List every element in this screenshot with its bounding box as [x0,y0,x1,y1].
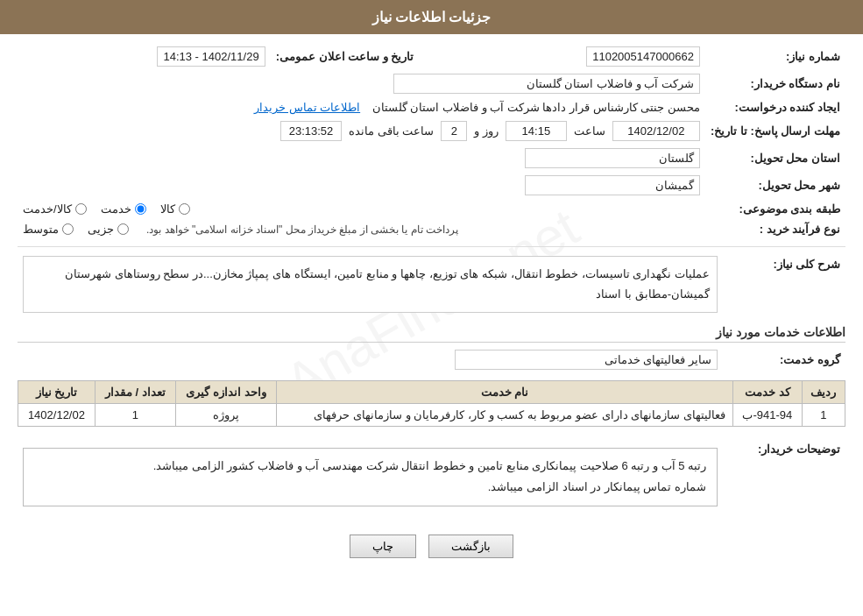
content-area: AnaFinder.net شماره نیاز: 11020051470006… [0,34,863,576]
cell-nam: فعالیتهای سازمانهای دارای عضو مربوط به ک… [277,403,732,426]
tarikh-value: 1402/11/29 - 14:13 [18,43,271,70]
radio-kala-khadamat-label: کالا/خدمت [23,202,72,216]
nam-dastgah-label: نام دستگاه خریدار: [705,70,845,97]
data-table: ردیف کد خدمت نام خدمت واحد اندازه گیری ت… [18,380,845,427]
mohlat-time-label: ساعت [574,124,605,138]
shomara-value: 1102005147000662 [440,43,704,70]
radio-jozi[interactable] [117,223,129,235]
row-goroh: گروه خدمت: سایر فعالیتهای خدماتی [18,346,845,373]
tawzihat-value: رتبه 5 آب و رتبه 6 صلاحیت پیمانکاری مناب… [18,437,723,517]
info-table: شماره نیاز: 1102005147000662 تاریخ و ساع… [18,43,845,239]
page-header: جزئیات اطلاعات نیاز [0,0,863,34]
mohlat-date-box: 1402/12/02 [612,121,700,141]
shahr-value: گمیشان [18,172,705,199]
goroh-label: گروه خدمت: [723,346,845,373]
col-tedad: تعداد / مقدار [95,380,175,403]
ijad-value: محسن جنتی کارشناس قرار دادها شرکت آب و ف… [18,97,705,117]
mohlat-remaining-value: 23:13:52 [280,121,342,141]
tawzihat-box: رتبه 5 آب و رتبه 6 صلاحیت پیمانکاری مناب… [23,448,718,506]
cell-kod: 941-94-ب [732,403,802,426]
table-header: ردیف کد خدمت نام خدمت واحد اندازه گیری ت… [18,380,845,403]
tabaqe-radio-group: کالا/خدمت خدمت کالا [23,202,700,216]
print-button[interactable]: چاپ [350,535,416,558]
cell-tedad: 1 [95,403,175,426]
farayand-radio-group: متوسط جزیی [23,223,129,236]
cell-radif: 1 [802,403,845,426]
button-bar: بازگشت چاپ [18,535,845,558]
row-shomara: شماره نیاز: 1102005147000662 تاریخ و ساع… [18,43,845,70]
sharh-value: عملیات نگهداری تاسیسات، خطوط انتقال، شبک… [18,252,723,316]
table-row: 1 941-94-ب فعالیتهای سازمانهای دارای عضو… [18,403,845,426]
shahr-box: گمیشان [525,175,700,195]
etelaat-link[interactable]: اطلاعات تماس خریدار [254,101,360,114]
ostan-box: گلستان [525,148,700,168]
row-mohlat: مهلت ارسال پاسخ: تا تاریخ: 23:13:52 ساعت… [18,117,845,145]
radio-mottavaset[interactable] [62,223,74,235]
table-body: 1 941-94-ب فعالیتهای سازمانهای دارای عضو… [18,403,845,426]
radio-kala[interactable] [179,203,190,215]
row-tawzihat: توضیحات خریدار: رتبه 5 آب و رتبه 6 صلاحی… [18,437,845,517]
radio-khadamat-label: خدمت [101,202,131,216]
tawzihat-label: توضیحات خریدار: [723,437,845,517]
header-row: ردیف کد خدمت نام خدمت واحد اندازه گیری ت… [18,380,845,403]
mohlat-saat-label: ساعت باقی مانده [349,124,434,138]
back-button[interactable]: بازگشت [428,535,513,558]
row-ijad: ایجاد کننده درخواست: محسن جنتی کارشناس ق… [18,97,845,117]
radio-jozi-item: جزیی [88,223,129,236]
radio-khadamat-item: خدمت [101,202,146,216]
ostan-label: استان محل تحویل: [705,145,845,172]
radio-kala-label: کالا [160,202,175,216]
sharh-label: شرح کلی نیاز: [723,252,845,316]
divider1 [18,246,845,247]
radio-mottavaset-item: متوسط [23,223,74,236]
shahr-label: شهر محل تحویل: [705,172,845,199]
row-ostan: استان محل تحویل: گلستان [18,145,845,172]
cell-tarikh: 1402/12/02 [18,403,95,426]
col-radif: ردیف [802,380,845,403]
farayand-text: پرداخت تام یا بخشی از مبلغ خریداز محل "ا… [146,223,458,236]
radio-jozi-label: جزیی [88,223,114,236]
ijad-label: ایجاد کننده درخواست: [705,97,845,117]
page-title: جزئیات اطلاعات نیاز [372,10,492,25]
nam-dastgah-box: شرکت آب و فاضلاب استان گلستان [393,74,700,94]
mohlat-roz-value: 2 [441,121,467,141]
shomara-box: 1102005147000662 [586,46,700,67]
tawzihat-line1: رتبه 5 آب و رتبه 6 صلاحیت پیمانکاری مناب… [34,456,706,478]
goroh-box: سایر فعالیتهای خدماتی [455,350,718,370]
inner-content: شماره نیاز: 1102005147000662 تاریخ و ساع… [18,43,845,558]
row-shahr: شهر محل تحویل: گمیشان [18,172,845,199]
goroh-table: گروه خدمت: سایر فعالیتهای خدماتی [18,346,845,373]
ostan-value: گلستان [18,145,705,172]
khadamat-section-title: اطلاعات خدمات مورد نیاز [18,325,845,343]
tarikh-box: 1402/11/29 - 14:13 [157,46,265,67]
mohlat-roz-label: روز و [474,124,499,138]
farayand-value: متوسط جزیی پرداخت تام یا بخشی از مبلغ خر… [18,219,705,239]
mohlat-label: مهلت ارسال پاسخ: تا تاریخ: [705,117,845,145]
mohlat-time-box: 14:15 [506,121,567,141]
tarikh-label: تاریخ و ساعت اعلان عمومی: [271,43,441,70]
col-tarikh: تاریخ نیاز [18,380,95,403]
radio-kala-khadamat-item: کالا/خدمت [23,202,87,216]
radio-khadamat[interactable] [135,203,146,215]
radio-kala-item: کالا [160,202,190,216]
radio-kala-khadamat[interactable] [75,203,87,215]
farayand-row: متوسط جزیی پرداخت تام یا بخشی از مبلغ خر… [23,223,700,236]
row-farayand: نوع فرآیند خرید : متوسط جزیی [18,219,845,239]
row-nam-dastgah: نام دستگاه خریدار: شرکت آب و فاضلاب استا… [18,70,845,97]
radio-mottavaset-label: متوسط [23,223,59,236]
farayand-label: نوع فرآیند خرید : [705,219,845,239]
shomara-label: شماره نیاز: [705,43,845,70]
tabaqe-label: طبقه بندی موضوعی: [705,199,845,219]
mohlat-value: 23:13:52 ساعت باقی مانده 2 روز و 14:15 س… [18,117,705,145]
page-container: جزئیات اطلاعات نیاز AnaFinder.net شماره … [0,0,863,616]
sharh-box: عملیات نگهداری تاسیسات، خطوط انتقال، شبک… [23,256,718,313]
col-vahed: واحد اندازه گیری [175,380,277,403]
col-kod: کد خدمت [732,380,802,403]
col-nam: نام خدمت [277,380,732,403]
ijad-text: محسن جنتی کارشناس قرار دادها شرکت آب و ف… [372,101,700,114]
cell-vahed: پروژه [175,403,277,426]
mohlat-row: 23:13:52 ساعت باقی مانده 2 روز و 14:15 س… [23,121,700,141]
tawzihat-line2: شماره تماس پیمانکار در اسناد الزامی میبا… [34,477,706,499]
row-tabaqe: طبقه بندی موضوعی: کالا/خدمت خدمت [18,199,845,219]
tabaqe-radios: کالا/خدمت خدمت کالا [18,199,705,219]
